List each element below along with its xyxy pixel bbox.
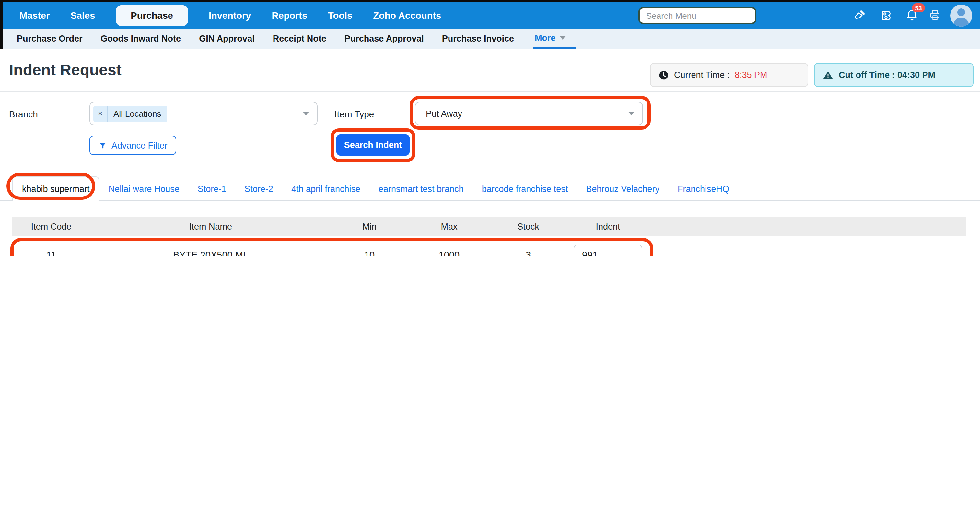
tab-franchisehq[interactable]: FranchiseHQ [668,177,738,201]
window-left-edge [0,0,3,49]
col-stock: Stock [491,222,566,231]
subnav-receipt-note[interactable]: Receipt Note [273,29,326,49]
cell-min: 10 [331,249,408,256]
branch-label: Branch [9,109,38,119]
nav-item-master[interactable]: Master [19,10,50,21]
branch-chip-label: All Locations [108,108,167,118]
cell-item-code: 11 [12,249,90,256]
subnav-purchase-invoice[interactable]: Purchase Invoice [442,29,514,49]
item-type-select[interactable]: Put Away [415,102,643,125]
cell-item-name: BYTE 20X500 ML [90,249,331,256]
nav-item-reports[interactable]: Reports [272,10,307,21]
nav-item-zoho-accounts[interactable]: Zoho Accounts [373,10,441,21]
tab-store-1[interactable]: Store-1 [189,177,235,201]
indent-table-header: Item Code Item Name Min Max Stock Indent [12,217,966,236]
current-time-label: Current Time : [674,70,730,80]
col-max: Max [408,222,491,231]
cutoff-time-box: Cut off Time : 04:30 PM [814,63,974,87]
branch-chip: × All Locations [93,105,167,122]
tab-nellai-ware-house[interactable]: Nellai ware House [100,177,189,201]
notification-count-badge: 53 [912,3,925,12]
indent-quantity-input[interactable] [574,244,642,256]
current-time-value: 8:35 PM [735,70,767,80]
user-avatar[interactable] [950,2,972,29]
printer-icon[interactable] [929,2,941,29]
top-nav: Master Sales Purchase Inventory Reports … [0,2,980,29]
table-row: 11 BYTE 20X500 ML 10 1000 3 [12,236,966,256]
advance-filter-label: Advance Filter [111,140,167,150]
subnav-more-menu[interactable]: More [533,29,576,49]
subnav-goods-inward-note[interactable]: Goods Inward Note [101,29,181,49]
col-item-code: Item Code [12,222,90,231]
header-divider [0,91,980,92]
item-type-value: Put Away [426,108,462,118]
col-item-name: Item Name [90,222,331,231]
purchase-sub-nav: Purchase Order Goods Inward Note GIN App… [0,29,980,49]
filter-funnel-icon [99,141,107,150]
zoho-books-icon[interactable] [880,2,892,29]
col-indent: Indent [566,222,650,231]
branch-multiselect[interactable]: × All Locations [89,102,318,125]
clock-icon [659,70,669,80]
tab-behrouz-velachery[interactable]: Behrouz Velachery [577,177,668,201]
subnav-more-label: More [535,33,556,43]
nav-item-purchase[interactable]: Purchase [116,5,188,25]
cell-max: 1000 [408,249,491,256]
tab-earnsmart-test-branch[interactable]: earnsmart test branch [369,177,473,201]
theme-brush-icon[interactable] [854,2,866,29]
chip-remove-icon[interactable]: × [93,105,108,122]
tab-4th-april-franchise[interactable]: 4th april franchise [282,177,369,201]
nav-item-inventory[interactable]: Inventory [209,10,251,21]
subnav-gin-approval[interactable]: GIN Approval [199,29,255,49]
chevron-down-icon [303,112,309,115]
window-top-edge [0,0,980,2]
app-window: Master Sales Purchase Inventory Reports … [0,0,980,256]
subnav-purchase-order[interactable]: Purchase Order [17,29,83,49]
tab-barcode-franchise-test[interactable]: barcode franchise test [473,177,577,201]
branch-tabs: khabib supermart Nellai ware House Store… [0,177,980,201]
advance-filter-button[interactable]: Advance Filter [89,135,177,155]
nav-item-sales[interactable]: Sales [71,10,95,21]
chevron-down-icon [559,36,566,40]
avatar-person-icon [957,8,965,16]
tab-store-2[interactable]: Store-2 [235,177,282,201]
chevron-down-icon [628,112,635,115]
tab-khabib-supermart[interactable]: khabib supermart [12,177,100,201]
warning-triangle-icon [822,70,834,80]
item-type-label: Item Type [334,109,374,119]
nav-item-tools[interactable]: Tools [328,10,352,21]
page-title: Indent Request [9,61,121,79]
search-menu-input[interactable] [638,7,756,24]
indent-table-body: 11 BYTE 20X500 ML 10 1000 3 100 new put … [12,236,966,256]
cell-stock: 3 [491,249,566,256]
current-time-box: Current Time : 8:35 PM [650,63,808,87]
cutoff-time-text: Cut off Time : 04:30 PM [839,70,935,80]
notifications-bell-icon[interactable]: 53 [905,2,918,29]
col-min: Min [331,222,408,231]
subnav-purchase-approval[interactable]: Purchase Approval [345,29,424,49]
search-indent-button[interactable]: Search Indent [336,134,410,156]
avatar-circle [950,4,972,26]
